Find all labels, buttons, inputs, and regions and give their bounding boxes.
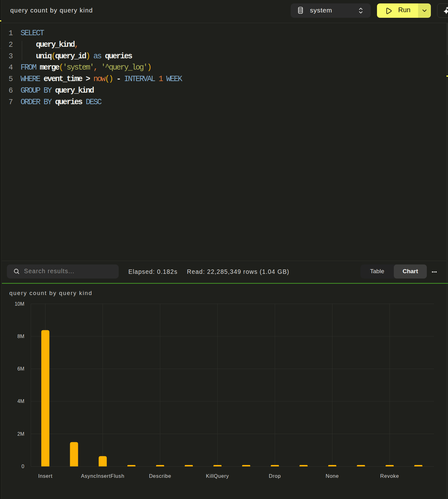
svg-text:AsyncInsertFlush: AsyncInsertFlush [81, 473, 124, 479]
svg-text:10M: 10M [15, 301, 24, 307]
svg-text:6M: 6M [17, 366, 24, 371]
svg-text:Drop: Drop [269, 473, 281, 479]
svg-text:Revoke: Revoke [380, 473, 399, 479]
svg-text:4M: 4M [17, 399, 24, 404]
svg-text:2M: 2M [17, 431, 24, 437]
svg-text:Describe: Describe [149, 473, 171, 479]
svg-text:0: 0 [21, 464, 24, 469]
svg-text:Insert: Insert [38, 473, 52, 479]
svg-text:None: None [326, 473, 339, 479]
svg-text:8M: 8M [17, 334, 24, 339]
svg-text:KillQuery: KillQuery [206, 473, 229, 479]
svg-text:query count by query kind: query count by query kind [9, 290, 93, 296]
